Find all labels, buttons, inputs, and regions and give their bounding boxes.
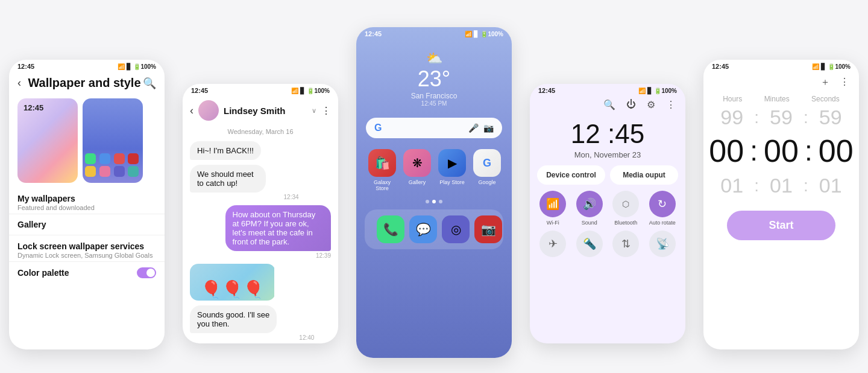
galaxy-store-label: Galaxy Store <box>368 179 396 191</box>
timer-inactive-hours-top: 99 <box>709 106 754 129</box>
battery-icon-5: 🔋100% <box>828 63 851 70</box>
dock-app-wallet[interactable]: ◎ <box>442 215 470 243</box>
color-palette-row[interactable]: Color palette <box>9 262 165 284</box>
qp-toggle-torch[interactable]: 🔦 <box>574 231 606 260</box>
sound-toggle-label: Sound <box>582 220 597 226</box>
media-output-btn[interactable]: Media ouput <box>610 165 678 185</box>
bluetooth-toggle-label: Bluetooth <box>614 220 637 226</box>
wp-previews: 12:45 <box>9 94 165 188</box>
mic-icon[interactable]: 🎤 <box>468 123 479 133</box>
dock-app-messages[interactable]: 💬 <box>409 215 437 243</box>
qp-toggle-nfc[interactable]: 📡 <box>647 231 679 260</box>
timer-top-icons: ＋ ⋮ <box>703 71 859 91</box>
home-weather: ⛅ 23° San Francisco 12:45 PM <box>356 39 512 113</box>
status-time-2: 12:45 <box>191 87 208 94</box>
minutes-label: Minutes <box>764 95 790 103</box>
status-icons-1: 📶 ▊ 🔋100% <box>118 63 156 70</box>
qp-power-icon[interactable]: ⏻ <box>626 99 636 110</box>
qp-toggles-row1: 📶 Wi-Fi 🔊 Sound ⬡ Bluetooth ↻ Auto rotat… <box>530 191 685 226</box>
qp-more-icon[interactable]: ⋮ <box>666 99 676 110</box>
qp-toggle-data[interactable]: ⇅ <box>610 231 642 260</box>
timer-start-button[interactable]: Start <box>727 211 835 240</box>
wp-preview-abstract[interactable]: 12:45 <box>17 98 78 183</box>
back-icon[interactable]: ‹ <box>17 77 21 89</box>
msg-bubble-4: Sounds good. I'll see you then. <box>190 305 277 333</box>
msg-back-icon[interactable]: ‹ <box>190 104 193 117</box>
battery-icon-4: 🔋100% <box>654 88 677 94</box>
wp-preview-blue[interactable] <box>83 98 143 183</box>
timer-active-seconds: 00 <box>814 133 858 169</box>
timer-active-hours: 00 <box>704 133 749 169</box>
wifi-icon-5: 📶 <box>812 63 819 70</box>
home-search-bar[interactable]: G 🎤 📷 <box>366 118 502 138</box>
weather-icon: ⛅ <box>426 51 442 66</box>
status-bar-4: 12:45 📶 ▊ 🔋100% <box>530 84 685 95</box>
play-store-label: Play Store <box>439 179 465 185</box>
my-wallpapers-title: My wallpapers <box>17 194 156 203</box>
message-list: Wednesday, March 16 Hi~! I'm BACK!!! We … <box>183 124 338 343</box>
messages-phone: 12:45 📶 ▊ 🔋100% ‹ Lindsey Smith ∨ ⋮ Wedn… <box>183 84 338 343</box>
timer-colon-top-1: : <box>754 108 759 127</box>
color-palette-toggle[interactable] <box>137 267 156 278</box>
qp-toggle-airplane[interactable]: ✈ <box>537 231 569 260</box>
qp-search-icon[interactable]: 🔍 <box>603 99 615 110</box>
gallery-label: Gallery <box>409 179 426 185</box>
dot-1 <box>426 200 429 203</box>
play-store-icon: ▶ <box>438 149 466 177</box>
signal-icon-3: ▊ <box>474 31 479 37</box>
timer-main-colon-2: : <box>805 135 813 167</box>
signal-icon-4: ▊ <box>647 88 652 94</box>
status-time-3: 12:45 <box>365 30 382 37</box>
phone-dock-icon: 📞 <box>377 215 404 243</box>
battery-icon-1: 🔋100% <box>133 63 156 70</box>
dock-app-phone[interactable]: 📞 <box>377 215 404 243</box>
msg-bubble-3: How about on Thursday at 6PM? If you are… <box>225 205 332 251</box>
home-app-gallery[interactable]: ❋ Gallery <box>403 149 431 191</box>
timer-add-icon[interactable]: ＋ <box>820 76 830 89</box>
status-time-4: 12:45 <box>538 87 555 94</box>
timer-more-icon[interactable]: ⋮ <box>840 76 849 89</box>
status-icons-4: 📶 ▊ 🔋100% <box>638 88 677 94</box>
data-toggle-circle: ⇅ <box>612 231 639 257</box>
home-app-galaxy-store[interactable]: 🛍️ Galaxy Store <box>368 149 396 191</box>
galaxy-store-icon: 🛍️ <box>368 149 396 177</box>
dock-app-camera[interactable]: 📷 <box>474 215 502 243</box>
msg-text-3: How about on Thursday at 6PM? If you are… <box>233 210 316 246</box>
msg-date: Wednesday, March 16 <box>183 124 338 139</box>
camera-search-icon[interactable]: 📷 <box>483 123 494 133</box>
google-label: Google <box>478 179 495 185</box>
qp-toggle-autorotate[interactable]: ↻ Auto rotate <box>647 191 679 226</box>
qp-top-icons: 🔍 ⏻ ⚙ ⋮ <box>530 95 685 114</box>
lockscreen-section[interactable]: Lock screen wallpaper services Dynamic L… <box>9 235 165 262</box>
my-wallpapers-section[interactable]: My wallpapers Featured and downloaded <box>9 188 165 214</box>
home-app-google[interactable]: G Google <box>473 149 501 191</box>
device-control-btn[interactable]: Device control <box>537 165 605 185</box>
wifi-icon-3: 📶 <box>465 31 472 37</box>
msg-text-1: Hi~! I'm BACK!!! <box>197 146 254 155</box>
status-time-5: 12:45 <box>712 63 729 70</box>
msg-more-icon[interactable]: ⋮ <box>321 105 331 116</box>
home-app-play-store[interactable]: ▶ Play Store <box>438 149 466 191</box>
status-bar-5: 12:45 📶 ▊ 🔋100% <box>703 60 859 71</box>
qp-date: Mon, November 23 <box>530 150 685 165</box>
quick-panel-phone: 12:45 📶 ▊ 🔋100% 🔍 ⏻ ⚙ ⋮ 12 :45 Mon, Nove… <box>530 84 685 343</box>
qp-toggles-row2: ✈ 🔦 ⇅ 📡 <box>530 231 685 260</box>
timer-main-colon-1: : <box>750 135 758 167</box>
home-dock: 📞 💬 ◎ 📷 <box>365 209 503 249</box>
status-icons-3: 📶 ▊ 🔋100% <box>465 31 503 37</box>
wifi-toggle-circle: 📶 <box>539 191 566 217</box>
qp-toggle-bluetooth[interactable]: ⬡ Bluetooth <box>610 191 642 226</box>
timer-inactive-hours-bottom: 01 <box>709 174 754 197</box>
qp-settings-icon[interactable]: ⚙ <box>647 99 655 110</box>
qp-toggle-wifi[interactable]: 📶 Wi-Fi <box>537 191 569 226</box>
balloon-image: 🎈🎈🎈 <box>190 264 274 301</box>
nfc-toggle-circle: 📡 <box>649 231 676 257</box>
autorotate-toggle-circle: ↻ <box>649 191 676 217</box>
gallery-section[interactable]: Gallery <box>9 214 165 235</box>
search-icon-wp[interactable]: 🔍 <box>143 77 156 90</box>
msg-bubble-1: Hi~! I'm BACK!!! <box>190 141 261 160</box>
status-bar-2: 12:45 📶 ▊ 🔋100% <box>183 84 338 95</box>
qp-toggle-sound[interactable]: 🔊 Sound <box>574 191 606 226</box>
msg-time-3: 12:39 <box>316 252 331 259</box>
signal-icon-1: ▊ <box>127 63 131 70</box>
